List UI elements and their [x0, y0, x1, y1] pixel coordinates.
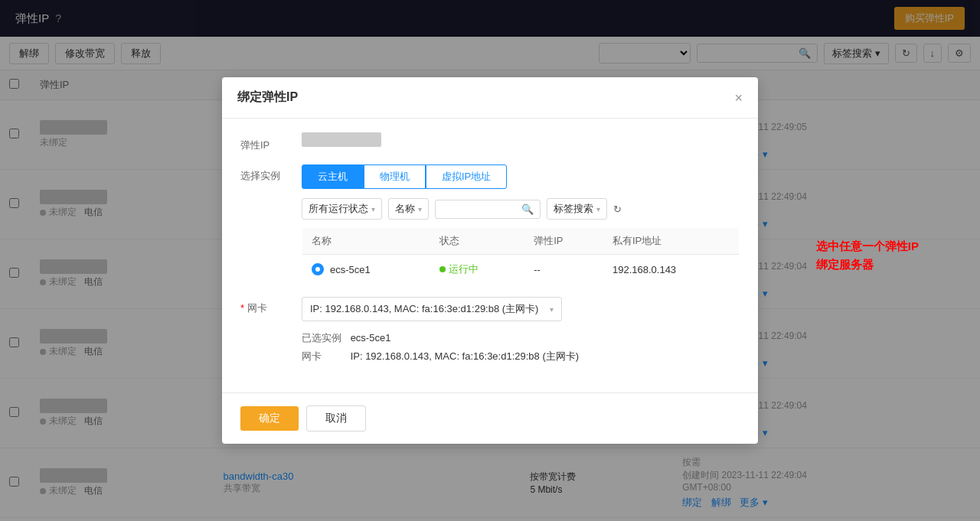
- nic-label: 网卡: [240, 297, 302, 315]
- selected-instance-row: 已选实例 ecs-5ce1: [302, 329, 740, 347]
- table-row[interactable]: ecs-5ce1 运行中 -- 192: [302, 255, 740, 285]
- nic-select[interactable]: IP: 192.168.0.143, MAC: fa:16:3e:d1:29:b…: [302, 297, 562, 321]
- nic-row: 网卡 IP: 192.168.0.143, MAC: fa:16:3e:d1:2…: [240, 297, 740, 365]
- annotation-text: 选中任意一个弹性IP 绑定服务器: [816, 237, 919, 274]
- instance-refresh-icon[interactable]: ↻: [613, 204, 622, 215]
- inner-col-status: 状态: [430, 228, 525, 255]
- modal-footer: 确定 取消: [222, 392, 758, 444]
- cancel-button[interactable]: 取消: [306, 405, 366, 431]
- instance-search-input[interactable]: [442, 204, 518, 215]
- eip-row: 弹性IP ███████: [240, 134, 740, 152]
- annotation-line2: 绑定服务器: [816, 258, 874, 271]
- tab-physical[interactable]: 物理机: [364, 164, 426, 189]
- confirm-button[interactable]: 确定: [240, 406, 299, 431]
- instance-eip-cell: --: [524, 255, 603, 285]
- instance-search-wrap[interactable]: 🔍: [435, 200, 541, 219]
- selected-instance-label: 已选实例: [302, 329, 348, 347]
- nic-value-wrap: IP: 192.168.0.143, MAC: fa:16:3e:d1:29:b…: [302, 297, 740, 365]
- instance-tabs: 云主机 物理机 虚拟IP地址: [302, 164, 740, 189]
- selected-nic-value: IP: 192.168.0.143, MAC: fa:16:3e:d1:29:b…: [351, 350, 579, 362]
- inner-col-eip: 弹性IP: [524, 228, 603, 255]
- nic-select-value: IP: 192.168.0.143, MAC: fa:16:3e:d1:29:b…: [310, 302, 538, 316]
- tab-cloud-host[interactable]: 云主机: [302, 164, 364, 189]
- name-filter-select[interactable]: 名称 ▾: [388, 198, 429, 220]
- eip-label: 弹性IP: [240, 134, 302, 152]
- annotation-line1: 选中任意一个弹性IP: [816, 239, 919, 252]
- name-filter-label: 名称: [395, 202, 415, 216]
- instance-row: 选择实例 云主机 物理机 虚拟IP地址 所有运行状态 ▾: [240, 164, 740, 285]
- bind-eip-modal: 绑定弹性IP × 弹性IP ███████ 选择实例 云主机 物理机: [222, 77, 758, 444]
- selected-nic-label: 网卡: [302, 347, 348, 365]
- instance-name: ecs-5ce1: [330, 264, 371, 275]
- instance-private-ip-cell: 192.168.0.143: [603, 255, 740, 285]
- tag-filter-chevron: ▾: [596, 205, 600, 213]
- instance-value-wrap: 云主机 物理机 虚拟IP地址 所有运行状态 ▾ 名称 ▾: [302, 164, 740, 285]
- inner-col-name: 名称: [302, 228, 430, 255]
- nic-chevron-icon: ▾: [550, 305, 554, 314]
- status-running: 运行中: [439, 262, 516, 276]
- status-filter-chevron: ▾: [371, 205, 375, 213]
- status-filter-select[interactable]: 所有运行状态 ▾: [302, 198, 382, 220]
- instance-status-cell: 运行中: [430, 255, 525, 285]
- tag-filter-label: 标签搜索: [554, 202, 593, 216]
- tag-filter-button[interactable]: 标签搜索 ▾: [547, 198, 607, 220]
- modal-overlay: 绑定弹性IP × 弹性IP ███████ 选择实例 云主机 物理机: [0, 0, 980, 521]
- inner-col-private-ip: 私有IP地址: [603, 228, 740, 255]
- modal-title: 绑定弹性IP: [237, 90, 298, 106]
- selected-nic-row: 网卡 IP: 192.168.0.143, MAC: fa:16:3e:d1:2…: [302, 347, 740, 365]
- modal-body: 弹性IP ███████ 选择实例 云主机 物理机 虚拟IP地址: [222, 119, 758, 392]
- eip-value-wrap: ███████: [302, 134, 740, 145]
- instance-filter-row: 所有运行状态 ▾ 名称 ▾ 🔍 标签搜索 ▾: [302, 198, 740, 220]
- instance-table: 名称 状态 弹性IP 私有IP地址 e: [302, 227, 740, 285]
- modal-header: 绑定弹性IP ×: [222, 77, 758, 119]
- instance-name-cell: ecs-5ce1: [302, 255, 430, 285]
- status-text: 运行中: [449, 262, 479, 276]
- selected-instance-value: ecs-5ce1: [351, 332, 391, 344]
- selected-info: 已选实例 ecs-5ce1 网卡 IP: 192.168.0.143, MAC:…: [302, 329, 740, 365]
- eip-value: ███████: [302, 132, 381, 147]
- instance-search-icon: 🔍: [521, 204, 534, 215]
- radio-selected[interactable]: [312, 263, 324, 275]
- instance-label: 选择实例: [240, 164, 302, 183]
- running-dot-icon: [439, 266, 446, 272]
- status-filter-label: 所有运行状态: [309, 202, 368, 216]
- modal-close-button[interactable]: ×: [734, 91, 743, 105]
- name-filter-chevron: ▾: [418, 205, 422, 213]
- tab-virtual-ip[interactable]: 虚拟IP地址: [426, 164, 507, 189]
